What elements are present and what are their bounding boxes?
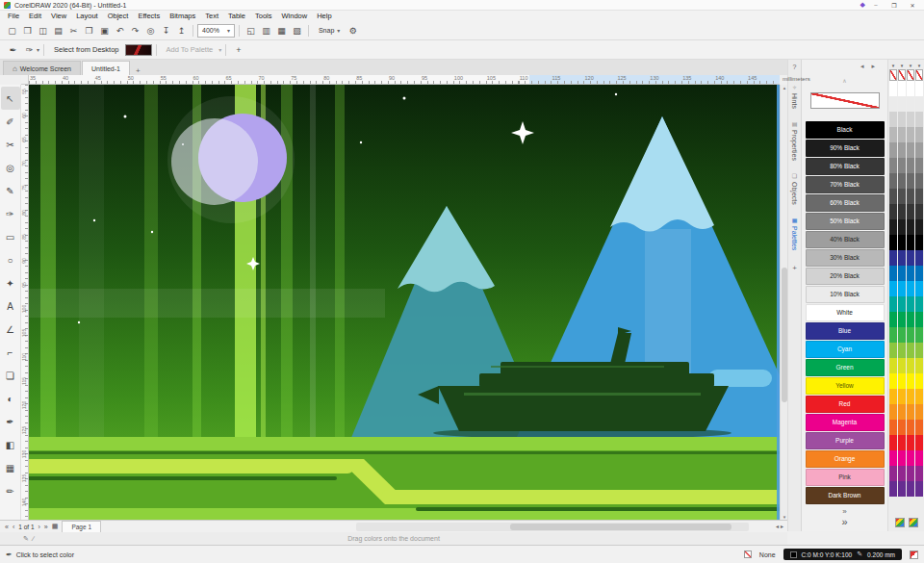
color-eyedropper-icon[interactable]: ✒ (6, 45, 20, 55)
menu-text[interactable]: Text (200, 12, 223, 20)
palette-swatch-purple[interactable]: Purple (806, 432, 885, 449)
color-swatch[interactable] (898, 389, 906, 404)
zoom-tool[interactable]: ◎ (1, 156, 20, 179)
color-swatch[interactable] (915, 466, 923, 481)
import-icon[interactable]: ↧ (159, 26, 173, 36)
collapse-icon[interactable]: ∧ (802, 77, 887, 84)
color-swatch[interactable] (889, 450, 897, 466)
color-swatch[interactable] (915, 281, 923, 296)
palette-swatch-80-black[interactable]: 80% Black (806, 158, 885, 175)
color-swatch[interactable] (898, 96, 906, 112)
color-swatch[interactable] (898, 404, 906, 420)
color-eyedropper-tool[interactable]: ✒ (1, 410, 20, 433)
first-page-button[interactable]: « (5, 524, 9, 530)
color-swatch[interactable] (889, 235, 897, 250)
color-swatch[interactable] (915, 312, 923, 327)
crop-tool[interactable]: ✂ (1, 133, 20, 156)
color-swatch[interactable] (915, 266, 923, 281)
color-swatch[interactable] (898, 420, 906, 435)
docker-tab-hints[interactable]: ✧Hints (791, 84, 798, 109)
palette-chip-icon[interactable] (895, 518, 905, 527)
palette-swatch-blue[interactable]: Blue (806, 322, 885, 340)
ellipse-tool[interactable]: ○ (1, 248, 20, 271)
color-swatch[interactable] (915, 142, 923, 158)
menu-bitmaps[interactable]: Bitmaps (165, 12, 200, 20)
sampled-color-swatch[interactable] (125, 44, 152, 56)
menu-tools[interactable]: Tools (250, 12, 277, 20)
color-swatch[interactable] (907, 81, 914, 96)
color-swatch[interactable] (915, 219, 923, 235)
color-swatch[interactable] (915, 189, 923, 204)
color-swatch[interactable] (915, 389, 923, 404)
copy-icon[interactable]: ❐ (82, 26, 96, 36)
color-swatch[interactable] (898, 435, 906, 450)
color-swatch[interactable] (889, 142, 897, 158)
show-rulers-icon[interactable]: ▥ (259, 26, 273, 36)
docker-tab-objects[interactable]: ❏Objects (791, 172, 798, 205)
page-tab[interactable]: Page 1 (62, 521, 101, 532)
freehand-tool[interactable]: ✎ (1, 179, 20, 202)
color-swatch[interactable] (915, 450, 923, 466)
select-from-desktop-button[interactable]: Select from Desktop (48, 45, 125, 54)
color-swatch[interactable] (898, 189, 906, 204)
mesh-fill-tool[interactable]: ▦ (1, 456, 20, 479)
drawing-canvas[interactable] (29, 85, 780, 520)
no-color-swatch[interactable] (907, 69, 914, 81)
artistic-media-tool[interactable]: ✑ (1, 202, 20, 225)
strip-scroll-icon[interactable]: ▾ (889, 62, 897, 69)
color-swatch[interactable] (907, 173, 914, 189)
color-swatch[interactable] (915, 343, 923, 358)
palette-swatch-50-black[interactable]: 50% Black (806, 213, 885, 230)
docker-tab-properties[interactable]: ▤Properties (791, 120, 798, 161)
palette-swatch-pink[interactable]: Pink (806, 469, 885, 486)
palette-nav-arrows[interactable]: ◂ ▸ (860, 63, 878, 70)
palette-swatch-70-black[interactable]: 70% Black (806, 176, 885, 193)
menu-file[interactable]: File (3, 12, 24, 20)
palette-swatch-cyan[interactable]: Cyan (806, 341, 885, 358)
color-swatch[interactable] (915, 373, 923, 389)
color-swatch[interactable] (889, 404, 897, 420)
color-swatch[interactable] (889, 173, 897, 189)
color-swatch[interactable] (889, 373, 897, 389)
palette-swatch-white[interactable]: White (806, 304, 885, 321)
color-swatch[interactable] (898, 327, 906, 343)
color-swatch[interactable] (907, 466, 914, 481)
color-swatch[interactable] (907, 219, 914, 235)
palette-swatch-60-black[interactable]: 60% Black (806, 194, 885, 212)
color-swatch[interactable] (889, 343, 897, 358)
snap-dropdown[interactable]: Snap ▾ (313, 23, 346, 38)
color-swatch[interactable] (915, 112, 923, 127)
guidelines-icon[interactable]: ▧ (290, 26, 304, 36)
palette-swatch-black[interactable]: Black (806, 121, 885, 139)
docker-tab-palettes[interactable]: ▦Palettes (791, 217, 798, 250)
ruler-origin-box[interactable] (21, 75, 29, 85)
horizontal-scroll-arrows[interactable]: ◂▸ (776, 523, 785, 529)
color-swatch[interactable] (907, 343, 914, 358)
color-swatch[interactable] (889, 481, 897, 497)
search-icon[interactable]: ◎ (143, 26, 158, 36)
menu-effects[interactable]: Effects (133, 12, 165, 20)
color-swatch[interactable] (889, 435, 897, 450)
shape-tool[interactable]: ✐ (1, 110, 20, 133)
palette-swatch-30-black[interactable]: 30% Black (806, 249, 885, 267)
color-swatch[interactable] (907, 96, 914, 112)
color-swatch[interactable] (889, 312, 897, 327)
next-page-button[interactable]: › (38, 524, 40, 530)
color-swatch[interactable] (907, 435, 914, 450)
color-swatch[interactable] (915, 420, 923, 435)
menu-window[interactable]: Window (276, 12, 312, 20)
palette-swatch-20-black[interactable]: 20% Black (806, 268, 885, 285)
horizontal-ruler[interactable]: 3540455055606570758085909510010511011512… (29, 75, 780, 85)
palette-swatch-dark-brown[interactable]: Dark Brown (806, 487, 885, 504)
palette-swatch-orange[interactable]: Orange (806, 450, 885, 468)
color-swatch[interactable] (889, 466, 897, 481)
color-swatch[interactable] (915, 296, 923, 312)
fullscreen-preview-icon[interactable]: ◱ (244, 26, 258, 36)
strip-scroll-icon[interactable]: ▾ (898, 62, 906, 69)
color-swatch[interactable] (898, 204, 906, 219)
color-swatch[interactable] (907, 266, 914, 281)
pick-tool[interactable]: ↖ (1, 87, 20, 110)
color-swatch[interactable] (889, 389, 897, 404)
color-swatch[interactable] (889, 281, 897, 296)
color-swatch[interactable] (898, 466, 906, 481)
